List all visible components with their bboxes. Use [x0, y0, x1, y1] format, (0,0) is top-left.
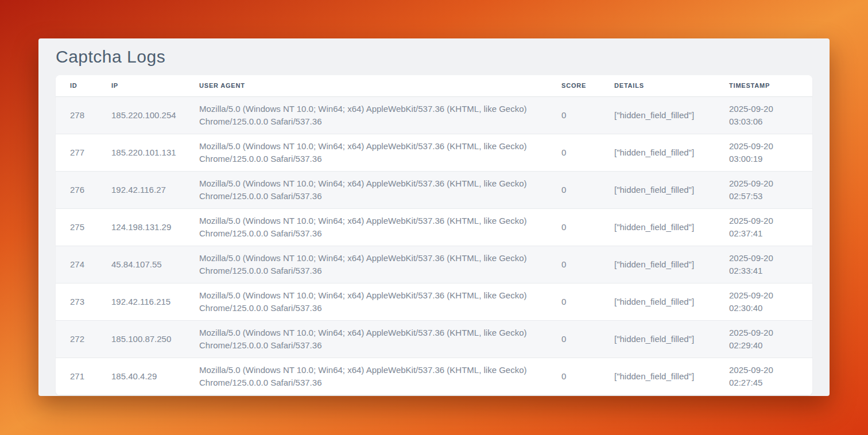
details-cell: ["hidden_field_filled"] — [614, 358, 729, 395]
score-cell: 0 — [561, 283, 614, 320]
details-cell: ["hidden_field_filled"] — [614, 134, 729, 171]
id-cell: 276 — [56, 171, 111, 208]
timestamp-cell: 2025-09-20 02:33:41 — [729, 246, 812, 283]
table-row: 273192.42.116.215Mozilla/5.0 (Windows NT… — [56, 283, 812, 320]
details-cell: ["hidden_field_filled"] — [614, 246, 729, 283]
ip-cell: 185.220.101.131 — [111, 134, 199, 171]
timestamp-cell: 2025-09-20 03:03:06 — [729, 96, 812, 134]
score-cell: 0 — [561, 358, 614, 395]
details-cell: ["hidden_field_filled"] — [614, 96, 729, 134]
score-cell: 0 — [561, 134, 614, 171]
table-body: 278185.220.100.254Mozilla/5.0 (Windows N… — [56, 96, 812, 395]
column-header-ip: IP — [111, 75, 199, 96]
details-cell: ["hidden_field_filled"] — [614, 208, 729, 246]
ip-cell: 45.84.107.55 — [111, 246, 199, 283]
ip-cell: 192.42.116.215 — [111, 283, 199, 320]
column-header-timestamp: TIMESTAMP — [729, 75, 812, 96]
table-row: 278185.220.100.254Mozilla/5.0 (Windows N… — [56, 96, 812, 134]
page-title: Captcha Logs — [56, 45, 812, 69]
id-cell: 278 — [56, 96, 111, 134]
column-header-user-agent: USER AGENT — [199, 75, 561, 96]
table-row: 271185.40.4.29Mozilla/5.0 (Windows NT 10… — [56, 358, 812, 395]
id-cell: 277 — [56, 134, 111, 171]
table-row: 27445.84.107.55Mozilla/5.0 (Windows NT 1… — [56, 246, 812, 283]
ip-cell: 185.100.87.250 — [111, 320, 199, 358]
details-cell: ["hidden_field_filled"] — [614, 283, 729, 320]
score-cell: 0 — [561, 320, 614, 358]
id-cell: 275 — [56, 208, 111, 246]
id-cell: 273 — [56, 283, 111, 320]
timestamp-cell: 2025-09-20 02:37:41 — [729, 208, 812, 246]
id-cell: 274 — [56, 246, 111, 283]
user-agent-cell: Mozilla/5.0 (Windows NT 10.0; Win64; x64… — [199, 358, 561, 395]
table-header: ID IP USER AGENT SCORE DETAILS TIMESTAMP — [56, 75, 812, 96]
user-agent-cell: Mozilla/5.0 (Windows NT 10.0; Win64; x64… — [199, 283, 561, 320]
table-row: 276192.42.116.27Mozilla/5.0 (Windows NT … — [56, 171, 812, 208]
details-cell: ["hidden_field_filled"] — [614, 320, 729, 358]
ip-cell: 192.42.116.27 — [111, 171, 199, 208]
score-cell: 0 — [561, 171, 614, 208]
user-agent-cell: Mozilla/5.0 (Windows NT 10.0; Win64; x64… — [199, 134, 561, 171]
column-header-score: SCORE — [561, 75, 614, 96]
score-cell: 0 — [561, 208, 614, 246]
user-agent-cell: Mozilla/5.0 (Windows NT 10.0; Win64; x64… — [199, 320, 561, 358]
timestamp-cell: 2025-09-20 02:27:45 — [729, 358, 812, 395]
user-agent-cell: Mozilla/5.0 (Windows NT 10.0; Win64; x64… — [199, 96, 561, 134]
ip-cell: 185.40.4.29 — [111, 358, 199, 395]
ip-cell: 124.198.131.29 — [111, 208, 199, 246]
timestamp-cell: 2025-09-20 02:57:53 — [729, 171, 812, 208]
timestamp-cell: 2025-09-20 02:30:40 — [729, 283, 812, 320]
id-cell: 272 — [56, 320, 111, 358]
score-cell: 0 — [561, 96, 614, 134]
timestamp-cell: 2025-09-20 02:29:40 — [729, 320, 812, 358]
user-agent-cell: Mozilla/5.0 (Windows NT 10.0; Win64; x64… — [199, 246, 561, 283]
table-row: 277185.220.101.131Mozilla/5.0 (Windows N… — [56, 134, 812, 171]
details-cell: ["hidden_field_filled"] — [614, 171, 729, 208]
score-cell: 0 — [561, 246, 614, 283]
column-header-details: DETAILS — [614, 75, 729, 96]
column-header-id: ID — [56, 75, 111, 96]
table-row: 275124.198.131.29Mozilla/5.0 (Windows NT… — [56, 208, 812, 246]
id-cell: 271 — [56, 358, 111, 395]
captcha-logs-table: ID IP USER AGENT SCORE DETAILS TIMESTAMP… — [56, 75, 812, 395]
user-agent-cell: Mozilla/5.0 (Windows NT 10.0; Win64; x64… — [199, 208, 561, 246]
table-row: 272185.100.87.250Mozilla/5.0 (Windows NT… — [56, 320, 812, 358]
captcha-logs-card: Captcha Logs ID IP USER AGENT SCORE DETA… — [38, 38, 830, 396]
table-header-row: ID IP USER AGENT SCORE DETAILS TIMESTAMP — [56, 75, 812, 96]
user-agent-cell: Mozilla/5.0 (Windows NT 10.0; Win64; x64… — [199, 171, 561, 208]
timestamp-cell: 2025-09-20 03:00:19 — [729, 134, 812, 171]
ip-cell: 185.220.100.254 — [111, 96, 199, 134]
